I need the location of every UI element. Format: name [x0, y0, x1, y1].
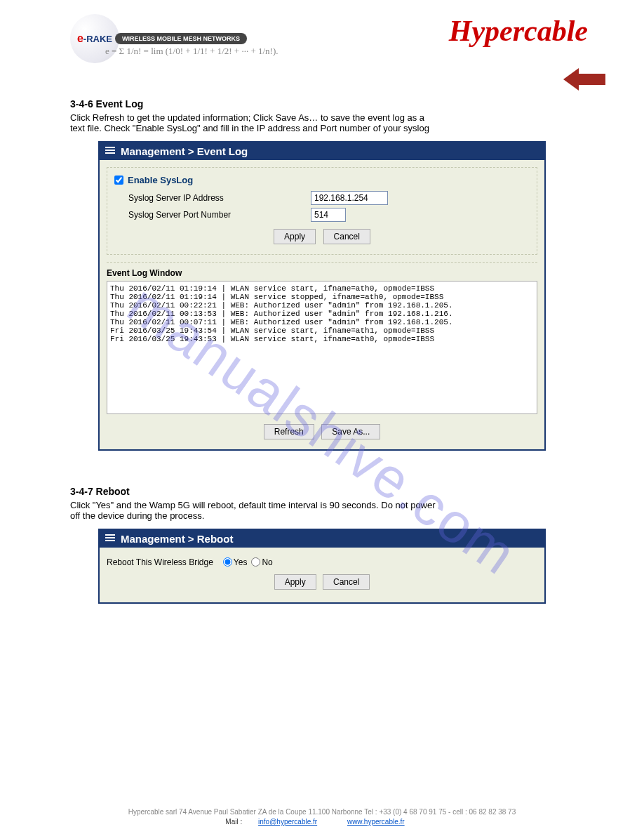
hypercable-logo: Hypercable [449, 14, 588, 48]
red-arrow-icon [563, 67, 605, 95]
reboot-no-label: No [262, 557, 272, 567]
reboot-panel-header: Management > Reboot [100, 530, 544, 548]
svg-marker-0 [563, 68, 605, 91]
reboot-intro: 3-4-7 Reboot Click "Yes" and the Wamp 5G… [70, 486, 574, 522]
event-log-desc-1: Click Refresh to get the updated informa… [70, 112, 574, 124]
event-log-intro: 3-4-6 Event Log Click Refresh to get the… [70, 98, 574, 134]
reboot-no-radio[interactable] [251, 557, 260, 567]
footer-lang: Mail : [225, 818, 242, 826]
cancel-button[interactable]: Cancel [323, 229, 370, 244]
event-log-panel-body: Enable SysLog Syslog Server IP Address S… [100, 160, 544, 449]
footer-link-1[interactable]: info@hypercable.fr [258, 818, 317, 826]
reboot-yes-label: Yes [234, 557, 248, 567]
syslog-port-input[interactable] [311, 208, 346, 222]
refresh-button[interactable]: Refresh [264, 424, 314, 439]
event-log-desc-2: text file. Check "Enable SysLog" and fil… [70, 123, 574, 134]
footer-line-1: Hypercable sarl 74 Avenue Paul Sabatier … [0, 807, 644, 817]
reboot-panel-title: Management > Reboot [121, 533, 233, 545]
enable-syslog-label: Enable SysLog [128, 175, 193, 185]
reboot-desc-2: off the device during the process. [70, 510, 574, 522]
erake-e: e [77, 32, 83, 45]
reboot-yes-radio[interactable] [223, 557, 232, 567]
syslog-ip-label: Syslog Server IP Address [114, 193, 311, 203]
apply-button[interactable]: Apply [274, 574, 316, 590]
footer-link-2[interactable]: www.hypercable.fr [347, 818, 405, 826]
reboot-label: Reboot This Wireless Bridge [107, 557, 213, 567]
event-log-heading: 3-4-6 Event Log [70, 98, 574, 110]
syslog-port-label: Syslog Server Port Number [114, 210, 311, 220]
reboot-heading: 3-4-7 Reboot [70, 486, 574, 498]
event-log-panel-title: Management > Event Log [121, 145, 248, 157]
list-icon [105, 534, 115, 543]
page-header: e-RAKE WIRELESS MOBILE MESH NETWORKS e =… [0, 0, 644, 77]
event-log-textarea[interactable] [107, 281, 537, 414]
syslog-ip-input[interactable] [311, 191, 388, 205]
math-formula: e = Σ 1/n! = lim (1/0! + 1/1! + 1/2! + ·… [105, 46, 279, 57]
reboot-desc-1: Click "Yes" and the Wamp 5G will reboot,… [70, 500, 574, 511]
apply-button[interactable]: Apply [274, 229, 316, 244]
event-log-panel-header: Management > Event Log [100, 143, 544, 160]
cancel-button[interactable]: Cancel [323, 574, 370, 590]
event-log-window-label: Event Log Window [107, 268, 537, 278]
erake-tagline: WIRELESS MOBILE MESH NETWORKS [115, 33, 247, 44]
reboot-panel-body: Reboot This Wireless Bridge Yes No Apply… [100, 548, 544, 602]
save-as-button[interactable]: Save As... [321, 424, 380, 439]
reboot-panel: Management > Reboot Reboot This Wireless… [98, 529, 546, 604]
syslog-settings-box: Enable SysLog Syslog Server IP Address S… [107, 167, 537, 255]
event-log-panel: Management > Event Log Enable SysLog Sys… [98, 141, 546, 451]
erake-rake: -RAKE [83, 34, 112, 44]
enable-syslog-checkbox[interactable] [114, 176, 123, 185]
list-icon [105, 147, 115, 155]
page-footer: Hypercable sarl 74 Avenue Paul Sabatier … [0, 807, 644, 827]
